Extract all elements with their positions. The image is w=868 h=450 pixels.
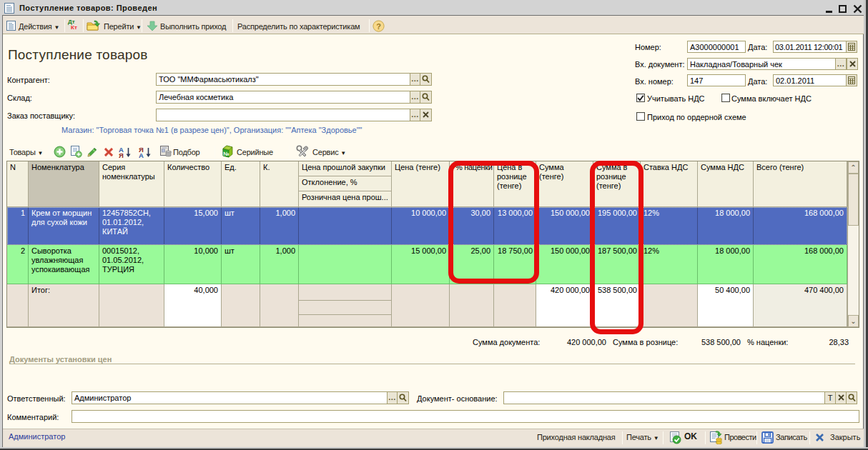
svg-text:№: №	[224, 151, 230, 157]
svg-text:Я: Я	[119, 151, 124, 158]
svg-text:А: А	[139, 151, 144, 158]
svg-text:?: ?	[376, 22, 381, 31]
